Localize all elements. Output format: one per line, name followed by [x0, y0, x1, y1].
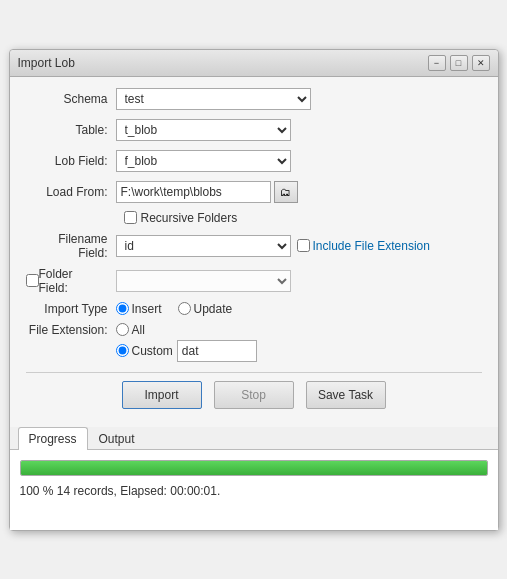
- separator-1: [26, 372, 482, 373]
- all-label: All: [132, 323, 145, 337]
- progress-bar-fill: [21, 461, 487, 475]
- filename-field-select[interactable]: id: [116, 235, 291, 257]
- import-button[interactable]: Import: [122, 381, 202, 409]
- import-type-radio-group: Insert Update: [116, 302, 233, 316]
- custom-row: Custom: [26, 340, 482, 362]
- close-button[interactable]: ✕: [472, 55, 490, 71]
- insert-radio[interactable]: [116, 302, 129, 315]
- lob-field-row: Lob Field: f_blob: [26, 149, 482, 173]
- load-from-row: Load From: 🗂: [26, 180, 482, 204]
- form-content: Schema test Table: t_blob Lob Field: f_b…: [10, 77, 498, 427]
- window-title: Import Lob: [18, 56, 75, 70]
- action-buttons-row: Import Stop Save Task: [26, 381, 482, 409]
- filename-field-label: Filename Field:: [26, 232, 116, 260]
- custom-ext-input[interactable]: [177, 340, 257, 362]
- folder-field-label: Folder Field:: [39, 267, 108, 295]
- table-row: Table: t_blob: [26, 118, 482, 142]
- tabs-bar: Progress Output: [10, 427, 498, 450]
- all-radio[interactable]: [116, 323, 129, 336]
- tab-progress[interactable]: Progress: [18, 427, 88, 450]
- include-file-ext-checkbox[interactable]: [297, 239, 310, 252]
- load-from-input[interactable]: [116, 181, 271, 203]
- import-type-label: Import Type: [26, 302, 116, 316]
- folder-field-row: Folder Field:: [26, 267, 482, 295]
- lob-field-label: Lob Field:: [26, 154, 116, 168]
- stop-button[interactable]: Stop: [214, 381, 294, 409]
- include-file-ext-area: Include File Extension: [297, 239, 430, 253]
- title-bar: Import Lob − □ ✕: [10, 50, 498, 77]
- save-task-button[interactable]: Save Task: [306, 381, 386, 409]
- update-label: Update: [194, 302, 233, 316]
- schema-select[interactable]: test: [116, 88, 311, 110]
- folder-checkbox-area: Folder Field:: [26, 267, 116, 295]
- schema-row: Schema test: [26, 87, 482, 111]
- table-select[interactable]: t_blob: [116, 119, 291, 141]
- recursive-folders-row: Recursive Folders: [124, 211, 482, 225]
- update-radio-item: Update: [178, 302, 233, 316]
- folder-field-checkbox[interactable]: [26, 274, 39, 287]
- progress-text: 100 % 14 records, Elapsed: 00:00:01.: [20, 484, 221, 498]
- file-extension-label: File Extension:: [26, 323, 116, 337]
- insert-radio-item: Insert: [116, 302, 162, 316]
- browse-button[interactable]: 🗂: [274, 181, 298, 203]
- table-label: Table:: [26, 123, 116, 137]
- custom-radio[interactable]: [116, 344, 129, 357]
- load-from-input-area: 🗂: [116, 181, 298, 203]
- insert-label: Insert: [132, 302, 162, 316]
- recursive-folders-checkbox[interactable]: [124, 211, 137, 224]
- import-type-row: Import Type Insert Update: [26, 302, 482, 316]
- all-radio-item: All: [116, 323, 145, 337]
- update-radio[interactable]: [178, 302, 191, 315]
- folder-icon: 🗂: [280, 186, 291, 198]
- include-file-ext-label: Include File Extension: [313, 239, 430, 253]
- title-buttons: − □ ✕: [428, 55, 490, 71]
- all-row: File Extension: All: [26, 323, 482, 337]
- schema-label: Schema: [26, 92, 116, 106]
- custom-radio-item: Custom: [116, 344, 173, 358]
- folder-field-select[interactable]: [116, 270, 291, 292]
- custom-label: Custom: [132, 344, 173, 358]
- tab-output[interactable]: Output: [88, 427, 146, 450]
- recursive-folders-label: Recursive Folders: [141, 211, 238, 225]
- file-extension-section: File Extension: All Custom: [26, 323, 482, 362]
- import-type-section: Import Type Insert Update: [26, 302, 482, 316]
- filename-field-row: Filename Field: id Include File Extensio…: [26, 232, 482, 260]
- import-lob-window: Import Lob − □ ✕ Schema test Table: t_bl…: [9, 49, 499, 531]
- load-from-label: Load From:: [26, 185, 116, 199]
- progress-area: 100 % 14 records, Elapsed: 00:00:01.: [10, 450, 498, 530]
- progress-bar-container: [20, 460, 488, 476]
- lob-field-select[interactable]: f_blob: [116, 150, 291, 172]
- minimize-button[interactable]: −: [428, 55, 446, 71]
- maximize-button[interactable]: □: [450, 55, 468, 71]
